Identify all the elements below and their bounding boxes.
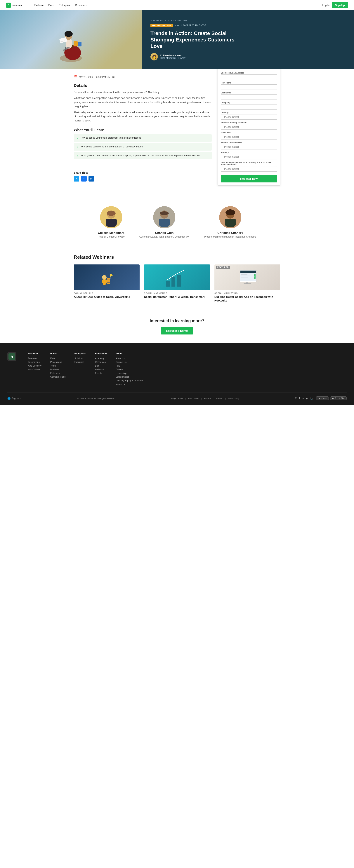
learn-section: What You'll Learn: ✓How to set up your s… [74,128,212,159]
footer-col-title-about: About [116,352,143,355]
webinar-card-2[interactable]: SOCIAL MARKETING Social Barometer Report… [144,265,210,302]
twitter-icon[interactable]: 𝕏 [295,397,297,400]
label-title-level: Title Level [221,131,277,134]
footer-link-compare-plans[interactable]: Compare Plans [50,376,66,378]
footer-link-careers[interactable]: Careers [116,368,143,371]
facebook-share-button[interactable]: f [81,176,87,182]
footer-link-enterprise[interactable]: Enterprise [50,372,66,374]
svg-text:›: › [254,275,255,278]
event-date-text: May 11, 2022 - 09:00 PM GMT+3 [79,75,115,78]
nav-link-resources[interactable]: Resources [75,4,87,7]
privacy-link[interactable]: Privacy [204,397,211,400]
footer-col-education: Education Academy Resources Blog Webinar… [95,352,107,386]
footer-link-features[interactable]: Features [28,357,41,360]
webinar-card-1[interactable]: SOCIAL SELLING A Step-by-Step Guide to S… [74,265,140,302]
footer-link-academy[interactable]: Academy [95,357,107,360]
footer-link-dei[interactable]: Diversity, Equity & Inclusion [116,379,143,382]
select-social-accounts[interactable]: - Please Select - [221,166,277,172]
hero-speaker: 👩 Colleen McNamara Head of Content | Hey… [150,53,347,60]
learn-item-2: ✓Why social commerce is more than just a… [74,143,212,151]
hero-image [0,10,142,69]
webinar-card-3[interactable]: FEATURED › SOCIA [214,265,280,302]
trust-center-link[interactable]: Trust Center [188,397,199,400]
footer-link-industries[interactable]: Industries [74,361,86,364]
footer-link-events[interactable]: Events [95,372,107,374]
footer-link-help[interactable]: Help [116,365,143,367]
speaker-name-small: Colleen McNamara [160,54,185,57]
field-email: Business Email Address [221,72,277,80]
webinar-category-3: SOCIAL MARKETING [214,292,280,294]
input-last-name[interactable] [221,94,277,100]
speaker-card-2: Charles Guth Customer Loyalty Team Leade… [139,206,189,238]
youtube-icon[interactable]: ▶ [306,397,308,400]
share-title: Share This: [74,171,212,174]
footer-link-newsroom[interactable]: Newsroom [116,383,143,385]
instagram-icon[interactable]: 📷 [310,397,313,400]
footer-link-about-us[interactable]: About Us [116,357,143,360]
svg-point-31 [102,275,107,280]
input-company[interactable] [221,104,277,110]
footer-link-business[interactable]: Business [50,368,66,371]
request-demo-button[interactable]: Request a Demo [161,327,193,335]
nav-logo[interactable]: h ootsuite [6,2,28,8]
select-title-level[interactable]: - Please Select - [221,134,277,140]
accessibility-link[interactable]: Accessibility [228,397,239,400]
input-first-name[interactable] [221,84,277,90]
footer-social-icons: 𝕏 f in ▶ 📷 [295,397,313,400]
hero-content: WEBINARS › SOCIAL SELLING UPCOMING LIVE … [142,10,354,69]
speaker-role-1: Head of Content, Heyday [98,235,125,238]
linkedin-share-button[interactable]: in [88,176,94,182]
footer-link-professional[interactable]: Professional [50,361,66,364]
footer-link-leadership[interactable]: Leadership [116,372,143,374]
footer-link-whats-new[interactable]: What's New [28,368,41,371]
footer-lang-selector[interactable]: 🌐 English ▼ [7,397,22,400]
sitemap-link[interactable]: Sitemap [216,397,223,400]
facebook-icon[interactable]: f [299,397,300,400]
svg-rect-46 [241,276,250,276]
footer: h Platform Features Integrations App Dir… [0,343,354,405]
footer-link-solutions[interactable]: Solutions [74,357,86,360]
select-revenue[interactable]: - Please Select - [221,124,277,129]
svg-rect-10 [78,42,82,46]
webinar-image-1 [74,265,140,290]
app-store-badge[interactable]: App Store [316,396,329,400]
footer-link-team[interactable]: Team [50,365,66,367]
speaker-avatar-small: 👩 [150,53,158,60]
footer-link-resources[interactable]: Resources [95,361,107,364]
login-button[interactable]: Log In [322,4,329,7]
footer-link-webinars[interactable]: Webinars [95,368,107,371]
check-icon-1: ✓ [76,136,79,140]
select-employees[interactable]: - Please Select - [221,144,277,150]
label-country: Country [221,112,277,114]
google-play-badge[interactable]: ▶ Google Play [330,396,347,400]
footer-link-social-impact[interactable]: Social Impact [116,376,143,378]
footer-link-blog[interactable]: Blog [95,365,107,367]
lang-label: English [11,397,19,400]
select-industry[interactable]: - Please Select - [221,154,277,159]
svg-rect-50 [246,282,248,283]
svg-rect-35 [107,278,110,280]
footer-link-integrations[interactable]: Integrations [28,361,41,364]
legal-center-link[interactable]: Legal Center [171,397,183,400]
signup-button[interactable]: Sign Up [332,2,348,8]
speaker-role-2: Customer Loyalty Team Leader , Decathlon… [139,235,189,238]
footer-link-free[interactable]: Free [50,357,66,360]
nav-link-enterprise[interactable]: Enterprise [59,4,70,7]
register-button[interactable]: Register now [221,175,277,182]
cta-section: Interested in learning more? Request a D… [0,310,354,343]
svg-rect-39 [172,277,175,286]
footer-link-contact-us[interactable]: Contact Us [116,361,143,364]
nav-link-plans[interactable]: Plans [48,4,54,7]
event-date-row: 📅 May 11, 2022 - 09:00 PM GMT+3 [74,75,212,79]
webinar-title-3: Building Better Social Ads on Facebook w… [214,295,280,302]
svg-text:h: h [10,354,13,359]
input-email[interactable] [221,74,277,80]
learn-title: What You'll Learn: [74,128,212,132]
footer-link-app-directory[interactable]: App Directory [28,365,41,367]
twitter-share-button[interactable]: 𝕏 [74,176,79,182]
footer-col-title-platform: Platform [28,352,41,355]
select-country[interactable]: - Please Select - [221,114,277,120]
nav-link-platform[interactable]: Platform [34,4,43,7]
linkedin-icon[interactable]: in [302,397,304,400]
webinars-grid: SOCIAL SELLING A Step-by-Step Guide to S… [74,265,280,302]
